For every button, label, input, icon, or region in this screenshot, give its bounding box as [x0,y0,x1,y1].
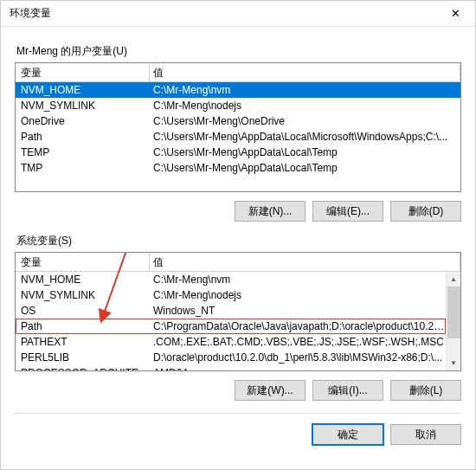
table-row[interactable]: TMPC:\Users\Mr-Meng\AppData\Local\Temp [16,160,460,176]
cancel-button[interactable]: 取消 [390,424,461,445]
table-row[interactable]: NVM_SYMLINKC:\Mr-Meng\nodejs [16,287,446,303]
sys-vars-list[interactable]: 变量 值 NVM_HOMEC:\Mr-Meng\nvmNVM_SYMLINKC:… [15,252,461,371]
user-new-button[interactable]: 新建(N)... [235,201,306,222]
var-value: C:\Users\Mr-Meng\AppData\Local\Temp [150,160,460,176]
var-name: TEMP [16,145,150,160]
dialog-buttons: 确定 取消 [15,413,461,445]
table-row[interactable]: OSWindows_NT [16,303,446,319]
var-value: C:\Mr-Meng\nvm [150,272,446,287]
table-row[interactable]: PathC:\ProgramData\Oracle\Java\javapath;… [16,319,446,334]
sys-buttons: 新建(W)... 编辑(I)... 删除(L) [15,380,461,401]
col-name-header[interactable]: 变量 [16,63,150,81]
user-edit-button[interactable]: 编辑(E)... [312,201,383,222]
user-delete-button[interactable]: 删除(D) [390,201,461,222]
var-name: PROCESSOR_ARCHITECTURE [16,365,150,371]
var-value: C:\Mr-Meng\nodejs [150,287,446,303]
var-value: C:\Mr-Meng\nvm [150,82,460,98]
var-value: C:\Mr-Meng\nodejs [150,98,460,113]
col-name-header[interactable]: 变量 [16,253,150,271]
var-name: PATHEXT [16,334,150,350]
col-value-header[interactable]: 值 [150,253,460,271]
var-value: Windows_NT [150,303,446,319]
var-value: C:\Users\Mr-Meng\AppData\Local\Temp [150,145,460,160]
table-row[interactable]: PROCESSOR_ARCHITECTUREAMD64 [16,365,446,371]
sys-vars-label: 系统变量(S) [16,234,461,248]
var-value: .COM;.EXE;.BAT;.CMD;.VBS;.VBE;.JS;.JSE;.… [150,334,446,350]
var-name: NVM_SYMLINK [16,287,150,303]
table-row[interactable]: PERL5LIBD:\oracle\product\10.2.0\db_1\pe… [16,350,446,365]
var-name: OneDrive [16,113,150,129]
ok-button[interactable]: 确定 [312,424,383,445]
window-title: 环境变量 [10,6,51,21]
var-name: OS [16,303,150,319]
user-vars-list[interactable]: 变量 值 NVM_HOMEC:\Mr-Meng\nvmNVM_SYMLINKC:… [15,62,461,192]
table-row[interactable]: NVM_SYMLINKC:\Mr-Meng\nodejs [16,98,460,113]
scrollbar[interactable]: ▲ ▼ [446,272,460,370]
var-name: NVM_HOME [16,272,150,287]
table-row[interactable]: PathC:\Users\Mr-Meng\AppData\Local\Micro… [16,129,460,145]
sys-edit-button[interactable]: 编辑(I)... [312,380,383,401]
titlebar: 环境变量 ✕ [1,1,475,27]
var-name: NVM_SYMLINK [16,98,150,113]
user-buttons: 新建(N)... 编辑(E)... 删除(D) [15,201,461,222]
sys-new-button[interactable]: 新建(W)... [235,380,306,401]
scroll-down-icon[interactable]: ▼ [447,356,460,370]
var-value: C:\Users\Mr-Meng\AppData\Local\Microsoft… [150,129,460,145]
col-value-header[interactable]: 值 [150,63,460,81]
table-row[interactable]: TEMPC:\Users\Mr-Meng\AppData\Local\Temp [16,145,460,160]
scroll-up-icon[interactable]: ▲ [447,272,460,287]
dialog-content: Mr-Meng 的用户变量(U) 变量 值 NVM_HOMEC:\Mr-Meng… [1,27,475,445]
user-vars-label: Mr-Meng 的用户变量(U) [16,44,461,59]
var-name: NVM_HOME [16,82,150,98]
list-header: 变量 值 [16,253,460,272]
list-header: 变量 值 [16,63,460,82]
table-row[interactable]: NVM_HOMEC:\Mr-Meng\nvm [16,272,446,287]
close-button[interactable]: ✕ [436,1,475,26]
var-value: AMD64 [150,365,446,371]
var-value: C:\ProgramData\Oracle\Java\javapath;D:\o… [150,319,446,334]
var-name: Path [16,129,150,145]
var-value: D:\oracle\product\10.2.0\db_1\perl\5.8.3… [150,350,446,365]
var-name: PERL5LIB [16,350,150,365]
sys-delete-button[interactable]: 删除(L) [390,380,461,401]
var-value: C:\Users\Mr-Meng\OneDrive [150,113,460,129]
close-icon: ✕ [451,7,460,20]
var-name: Path [16,319,150,334]
table-row[interactable]: OneDriveC:\Users\Mr-Meng\OneDrive [16,113,460,129]
table-row[interactable]: NVM_HOMEC:\Mr-Meng\nvm [16,82,460,98]
var-name: TMP [16,160,150,176]
scroll-thumb[interactable] [447,287,460,338]
table-row[interactable]: PATHEXT.COM;.EXE;.BAT;.CMD;.VBS;.VBE;.JS… [16,334,446,350]
